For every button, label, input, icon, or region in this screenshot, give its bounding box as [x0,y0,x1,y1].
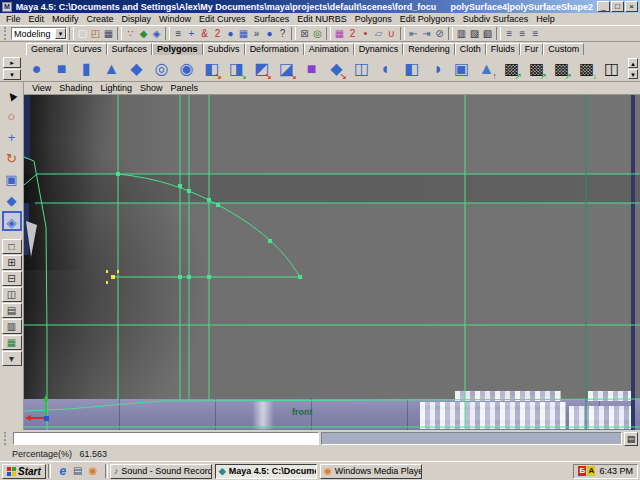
task-maya[interactable]: ◆Maya 4.5: C:\Docume... [215,464,317,479]
scale-tool-icon[interactable]: ▣ [2,169,22,189]
separator[interactable] [326,27,331,40]
restore-button[interactable]: □ [611,1,624,12]
lock-selection-icon[interactable]: ⊠ [298,26,311,41]
rotate-tool-icon[interactable]: ↻ [2,148,22,168]
poly-mirror-icon[interactable]: ◫ [349,56,374,81]
mask-pivots-icon[interactable]: ● [263,26,276,41]
mask-parm-points-icon[interactable]: + [185,26,198,41]
separator[interactable] [69,27,74,40]
poly-cone-icon[interactable]: ▲ [99,56,124,81]
separator[interactable] [117,27,122,40]
shelf-tab-deformation[interactable]: Deformation [245,43,304,55]
render-globals-icon[interactable]: ▧ [481,26,494,41]
show-channel-box-icon[interactable]: ≡ [503,26,516,41]
shelf-tab-surfaces[interactable]: Surfaces [107,43,153,55]
poly-extract-icon[interactable]: ◩↘ [249,56,274,81]
render-current-frame-icon[interactable]: ▥ [455,26,468,41]
panel-menu-shading[interactable]: Shading [55,83,96,93]
separator[interactable] [448,27,453,40]
uv-checker-icon-4[interactable]: ▩↓ [574,56,599,81]
poly-torus-icon[interactable]: ◎ [149,56,174,81]
select-hierarchy-icon[interactable]: ∵ [124,26,137,41]
snap-point-icon[interactable]: • [359,26,372,41]
script-editor-button[interactable]: ▤ [624,432,638,446]
menu-edit-curves[interactable]: Edit Curves [195,14,250,24]
mask-hulls-icon[interactable]: & [198,26,211,41]
mask-points-icon[interactable]: ≡ [172,26,185,41]
sculpt-polygons-icon[interactable]: ▲↑ [474,56,499,81]
menu-modify[interactable]: Modify [48,14,83,24]
select-tool-icon[interactable]: ▲ [2,85,22,105]
shelf-scroll-up-button[interactable]: ▴ [628,58,638,68]
mask-misc-icon[interactable]: » [250,26,263,41]
quicklaunch-desktop-icon[interactable]: ▤ [71,464,85,478]
save-scene-icon[interactable]: ▦ [102,26,115,41]
poly-cylinder-icon[interactable]: ▮ [74,56,99,81]
poly-trim-icon[interactable]: ◧ [399,56,424,81]
shelf-scroll-down-button[interactable]: ▾ [628,69,638,79]
snap-magnet-icon[interactable]: ∪ [385,26,398,41]
shelf-tab-fluids[interactable]: Fluids [486,43,520,55]
shelf-tab-dynamics[interactable]: Dynamics [354,43,404,55]
layout-persp-graph-button[interactable]: ▥ [2,319,22,334]
construction-history-icon[interactable]: ⊘ [433,26,446,41]
move-tool-icon[interactable]: + [2,127,22,147]
poly-boolean-icon[interactable]: ◐ [374,56,399,81]
layout-single-pane-button[interactable]: □ [2,239,22,254]
shelf-tab-general[interactable]: General [26,43,68,55]
command-line-input[interactable] [13,432,319,445]
uv-snapshot-icon[interactable]: ◫ [599,56,624,81]
snap-plane-icon[interactable]: ▱ [372,26,385,41]
drag-handle[interactable] [4,432,9,445]
separator[interactable] [291,27,296,40]
menu-window[interactable]: Window [155,14,195,24]
shelf-tab-animation[interactable]: Animation [304,43,354,55]
panel-menu-view[interactable]: View [28,83,55,93]
menu-surfaces[interactable]: Surfaces [250,14,294,24]
menu-create[interactable]: Create [83,14,118,24]
layout-hypergraph-button[interactable]: ▤ [2,303,22,318]
close-button[interactable]: × [625,1,638,12]
layout-menu-button[interactable]: ▾ [2,351,22,366]
menu-subdiv-surfaces[interactable]: Subdiv Surfaces [459,14,533,24]
layout-custom-button[interactable]: ▦ [2,335,22,350]
menu-display[interactable]: Display [118,14,156,24]
menu-help[interactable]: Help [532,14,559,24]
start-button[interactable]: Start [2,464,46,479]
uv-checker-icon-1[interactable]: ▩↗ [499,56,524,81]
panel-menu-lighting[interactable]: Lighting [96,83,136,93]
ipr-render-icon[interactable]: ▨ [468,26,481,41]
shelf-tab-custom[interactable]: Custom [543,43,584,55]
mask-handles-icon[interactable]: ? [276,26,289,41]
tray-lang-icon-2[interactable]: А [587,466,595,476]
separator[interactable] [496,27,501,40]
poly-split-icon[interactable]: ◪↘ [274,56,299,81]
shelf-tab-subdivs[interactable]: Subdivs [203,43,245,55]
layout-persp-outliner-button[interactable]: ◫ [2,287,22,302]
panel-menu-show[interactable]: Show [136,83,167,93]
show-tool-settings-icon[interactable]: ≡ [529,26,542,41]
subdiv-cube-icon[interactable]: ■ [299,56,324,81]
drag-handle[interactable] [4,27,9,40]
panel-menu-panels[interactable]: Panels [166,83,202,93]
task-sound-recorder[interactable]: ♪Sound - Sound Recorder [110,464,212,479]
select-object-icon[interactable]: ◆ [137,26,150,41]
menu-edit-nurbs[interactable]: Edit NURBS [293,14,351,24]
layout-two-pane-button[interactable]: ⊟ [2,271,22,286]
uv-checker-icon-3[interactable]: ▩↗ [549,56,574,81]
quicklaunch-media-player-icon[interactable]: ◉ [86,464,100,478]
shelf-menu-button[interactable]: ▸ [3,57,21,68]
shelf-tab-cloth[interactable]: Cloth [455,43,486,55]
minimize-button[interactable]: _ [597,1,610,12]
poly-append-icon[interactable]: ◧↘ [199,56,224,81]
poly-sphere-icon[interactable]: ● [24,56,49,81]
uv-checker-icon-2[interactable]: ▩↗ [524,56,549,81]
current-tool-icon[interactable]: ◈ [2,211,22,231]
menu-edit[interactable]: Edit [25,14,49,24]
shelf-tab-rendering[interactable]: Rendering [403,43,455,55]
mask-grid-icon[interactable]: ▦ [237,26,250,41]
input-connections-icon[interactable]: ⇤ [407,26,420,41]
poly-combine-icon[interactable]: ◨↘ [224,56,249,81]
shelf-tab-curves[interactable]: Curves [68,43,107,55]
mask-lines-icon[interactable]: 2 [211,26,224,41]
